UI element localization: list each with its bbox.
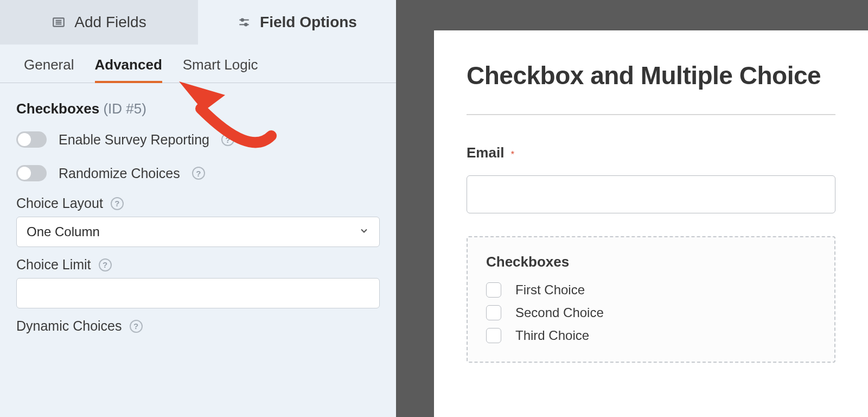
checkbox-row[interactable]: Third Choice — [486, 328, 816, 343]
tab-add-fields-label: Add Fields — [74, 14, 146, 31]
divider — [467, 114, 835, 115]
field-name: Checkboxes — [16, 100, 99, 117]
required-asterisk: * — [511, 150, 514, 159]
email-input[interactable] — [467, 175, 835, 213]
toggle-label: Enable Survey Reporting — [59, 132, 209, 148]
tab-field-options[interactable]: Field Options — [198, 0, 396, 45]
toggle-randomize-choices[interactable]: Randomize Choices ? — [0, 156, 396, 190]
field-id: (ID #5) — [103, 100, 146, 117]
checkbox-input[interactable] — [486, 282, 501, 298]
dynamic-choices-label: Dynamic Choices — [16, 318, 122, 334]
toggle-switch[interactable] — [16, 165, 47, 181]
form-preview-area: Checkbox and Multiple Choice Email * Che… — [396, 0, 868, 417]
help-icon[interactable]: ? — [111, 197, 124, 210]
toggle-label: Randomize Choices — [59, 166, 180, 181]
sub-tabs: General Advanced Smart Logic — [0, 45, 396, 83]
field-options-sidebar: Add Fields Field Options General Advance… — [0, 0, 396, 417]
toggle-switch[interactable] — [16, 131, 47, 148]
sliders-icon — [237, 15, 251, 29]
chevron-down-icon — [359, 225, 369, 239]
checkbox-option-label: First Choice — [515, 282, 585, 298]
tab-add-fields[interactable]: Add Fields — [0, 0, 198, 45]
form-preview-card: Checkbox and Multiple Choice Email * Che… — [434, 30, 868, 417]
checkboxes-field-block[interactable]: Checkboxes First Choice Second Choice Th… — [467, 236, 835, 363]
subtab-smart-logic[interactable]: Smart Logic — [183, 56, 258, 83]
checkbox-option-label: Third Choice — [515, 328, 589, 343]
field-header: Checkboxes (ID #5) — [0, 83, 396, 123]
help-icon[interactable]: ? — [192, 167, 205, 180]
toggle-enable-survey-reporting[interactable]: Enable Survey Reporting ? — [0, 123, 396, 156]
checkbox-input[interactable] — [486, 305, 501, 320]
subtab-advanced[interactable]: Advanced — [95, 56, 162, 83]
choice-layout-block: Choice Layout ? One Column — [0, 190, 396, 251]
choice-layout-value: One Column — [27, 224, 100, 239]
checkbox-input[interactable] — [486, 328, 501, 343]
checkbox-row[interactable]: First Choice — [486, 282, 816, 298]
checkboxes-label: Checkboxes — [486, 254, 816, 270]
checkbox-row[interactable]: Second Choice — [486, 305, 816, 320]
dynamic-choices-block: Dynamic Choices ? — [0, 313, 396, 344]
choice-layout-select[interactable]: One Column — [16, 217, 380, 247]
choice-limit-label: Choice Limit — [16, 257, 91, 273]
svg-point-5 — [241, 19, 244, 21]
svg-point-7 — [245, 23, 247, 26]
tab-field-options-label: Field Options — [260, 14, 357, 31]
form-title: Checkbox and Multiple Choice — [467, 61, 835, 90]
choice-layout-label: Choice Layout — [16, 195, 103, 211]
subtab-general[interactable]: General — [24, 56, 74, 83]
help-icon[interactable]: ? — [99, 258, 112, 271]
help-icon[interactable]: ? — [221, 133, 234, 146]
choice-limit-input[interactable] — [16, 278, 380, 308]
list-icon — [52, 15, 66, 29]
choice-limit-block: Choice Limit ? — [0, 251, 396, 313]
main-tabs: Add Fields Field Options — [0, 0, 396, 45]
checkbox-option-label: Second Choice — [515, 305, 604, 320]
help-icon[interactable]: ? — [130, 320, 143, 333]
email-label: Email — [467, 144, 504, 161]
